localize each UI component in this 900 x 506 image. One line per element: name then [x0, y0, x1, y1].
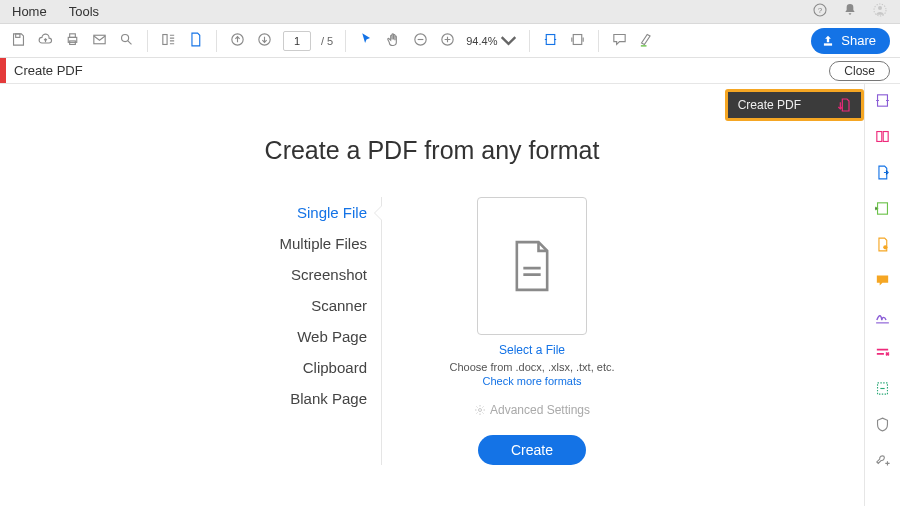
help-icon[interactable]: ? [812, 2, 828, 21]
rail-combine-icon[interactable] [874, 128, 891, 148]
source-single-file[interactable]: Single File [202, 197, 381, 228]
search-icon[interactable] [118, 31, 135, 51]
file-drop-zone[interactable] [477, 197, 587, 335]
svg-rect-4 [16, 33, 20, 37]
menubar: Home Tools ? [0, 0, 900, 24]
highlight-icon[interactable] [638, 31, 655, 51]
bell-icon[interactable] [842, 2, 858, 21]
share-icon [821, 34, 835, 48]
page-number-input[interactable]: 1 [283, 31, 311, 51]
menu-home[interactable]: Home [12, 4, 47, 19]
page-thumbnails-icon[interactable] [160, 31, 177, 51]
source-multiple-files[interactable]: Multiple Files [202, 228, 381, 259]
two-column-layout: Single File Multiple Files Screenshot Sc… [122, 197, 742, 465]
page-center: Create a PDF from any format Single File… [122, 136, 742, 465]
svg-rect-10 [163, 34, 167, 44]
page-up-icon[interactable] [229, 31, 246, 51]
svg-point-9 [122, 34, 129, 41]
source-blank-page[interactable]: Blank Page [202, 383, 381, 414]
advanced-settings: Advanced Settings [474, 403, 590, 417]
rail-create-pdf-icon[interactable] [874, 92, 891, 112]
right-rail [864, 84, 900, 506]
tool-accent-stripe [0, 58, 6, 83]
svg-rect-21 [883, 132, 888, 142]
page-down-icon[interactable] [256, 31, 273, 51]
tool-title: Create PDF [14, 63, 83, 78]
svg-rect-20 [877, 132, 882, 142]
source-scanner[interactable]: Scanner [202, 290, 381, 321]
print-icon[interactable] [64, 31, 81, 51]
account-icon[interactable] [872, 2, 888, 21]
pointer-icon[interactable] [358, 31, 375, 51]
rail-export-icon[interactable] [874, 164, 891, 184]
svg-point-18 [478, 409, 481, 412]
chevron-down-icon [500, 32, 517, 49]
page-total-label: / 5 [321, 35, 333, 47]
fit-width-icon[interactable] [542, 31, 559, 51]
main-panel: Create PDF Create a PDF from any format … [0, 84, 864, 506]
source-screenshot[interactable]: Screenshot [202, 259, 381, 290]
create-pdf-callout[interactable]: Create PDF [725, 89, 864, 121]
rail-comment-icon[interactable] [874, 272, 891, 292]
rail-sign-icon[interactable] [874, 308, 891, 328]
cloud-upload-icon[interactable] [37, 31, 54, 51]
menu-tools[interactable]: Tools [69, 4, 99, 19]
svg-text:?: ? [818, 6, 823, 15]
create-pdf-icon [837, 97, 853, 113]
svg-rect-19 [878, 95, 888, 106]
zoom-dropdown[interactable]: 94.4% [466, 32, 517, 49]
toolbar-separator [598, 30, 599, 52]
svg-rect-16 [574, 34, 583, 44]
page-headline: Create a PDF from any format [122, 136, 742, 165]
svg-point-23 [883, 245, 887, 249]
toolbar-separator [147, 30, 148, 52]
comment-icon[interactable] [611, 31, 628, 51]
source-clipboard[interactable]: Clipboard [202, 352, 381, 383]
check-more-formats-link[interactable]: Check more formats [482, 375, 581, 387]
content-wrap: Create PDF Create a PDF from any format … [0, 84, 900, 506]
svg-rect-6 [70, 33, 76, 37]
mail-icon[interactable] [91, 31, 108, 51]
svg-rect-22 [878, 203, 888, 214]
fit-page-icon[interactable] [569, 31, 586, 51]
toolbar-separator [216, 30, 217, 52]
svg-rect-17 [824, 43, 832, 45]
zoom-in-icon[interactable] [439, 31, 456, 51]
save-icon[interactable] [10, 31, 27, 51]
document-icon [510, 240, 554, 292]
drop-column: Select a File Choose from .docx, .xlsx, … [402, 197, 662, 465]
toolbar-separator [529, 30, 530, 52]
rail-redact-icon[interactable] [874, 344, 891, 364]
svg-point-3 [878, 6, 882, 10]
tool-subbar: Create PDF Close [0, 58, 900, 84]
rail-organize-icon[interactable] [874, 236, 891, 256]
rail-protect-icon[interactable] [874, 416, 891, 436]
choose-from-label: Choose from .docx, .xlsx, .txt, etc. [449, 361, 614, 373]
close-button[interactable]: Close [829, 61, 890, 81]
source-web-page[interactable]: Web Page [202, 321, 381, 352]
menubar-right: ? [812, 2, 888, 21]
callout-label: Create PDF [738, 98, 801, 112]
select-file-link[interactable]: Select a File [499, 343, 565, 357]
gear-icon [474, 404, 486, 416]
share-button[interactable]: Share [811, 28, 890, 54]
hand-icon[interactable] [385, 31, 402, 51]
source-list: Single File Multiple Files Screenshot Sc… [202, 197, 382, 465]
svg-rect-15 [547, 34, 556, 44]
rail-optimize-icon[interactable] [874, 380, 891, 400]
rail-more-tools-icon[interactable] [874, 452, 891, 472]
zoom-out-icon[interactable] [412, 31, 429, 51]
rail-edit-icon[interactable] [874, 200, 891, 220]
page-icon[interactable] [187, 31, 204, 51]
toolbar: 1 / 5 94.4% Share [0, 24, 900, 58]
toolbar-separator [345, 30, 346, 52]
create-button[interactable]: Create [478, 435, 586, 465]
